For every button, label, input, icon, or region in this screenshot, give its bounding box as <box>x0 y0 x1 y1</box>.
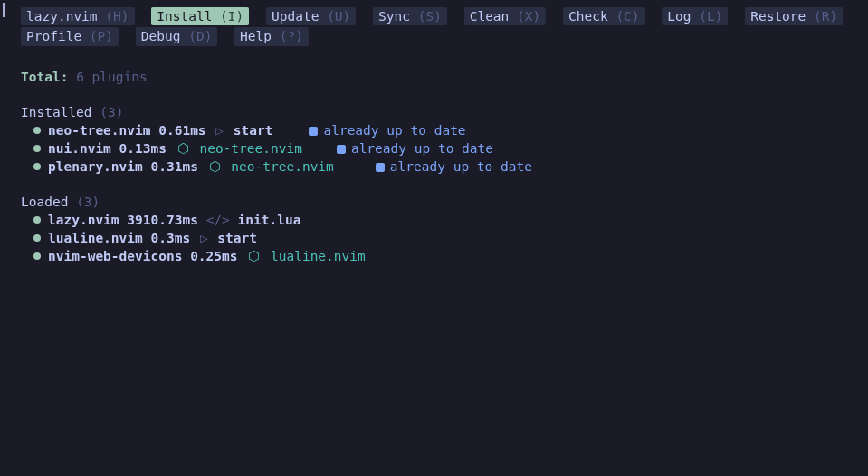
section-count-installed: (3) <box>100 105 123 119</box>
total-line: Total: 6 plugins <box>21 68 865 86</box>
tab-sync[interactable]: Sync (S) <box>373 7 447 25</box>
code-icon: </> <box>206 213 230 227</box>
plugin-time: 0.25ms <box>190 249 245 263</box>
package-icon: ⬡ <box>209 159 221 174</box>
plugin-time: 0.13ms <box>119 141 175 156</box>
tab-update[interactable]: Update (U) <box>266 7 356 25</box>
bullet-icon <box>33 145 41 152</box>
tab-bar: lazy.nvim (H) Install (I) Update (U) Syn… <box>21 7 865 48</box>
section-heading-loaded: Loaded <box>21 195 68 209</box>
bullet-icon <box>33 252 41 260</box>
plugin-name: plenary.nvim <box>48 159 151 174</box>
tab-key: (L) <box>699 9 722 24</box>
status-icon <box>309 127 318 136</box>
plugin-status: already up to date <box>390 159 532 174</box>
status-icon <box>337 145 346 154</box>
tab-install[interactable]: Install (I) <box>151 7 249 25</box>
section-heading-installed: Installed <box>21 105 92 119</box>
tab-label: Debug <box>141 29 188 43</box>
bullet-icon <box>33 127 41 134</box>
tab-lazynvim[interactable]: lazy.nvim (H) <box>21 7 135 25</box>
plugin-time: 0.31ms <box>151 159 206 174</box>
tab-key: (X) <box>517 9 540 24</box>
plugin-time: 3910.73ms <box>127 213 205 227</box>
tab-key: (I) <box>220 9 243 24</box>
plugin-name: nvim-web-devicons <box>48 249 190 263</box>
plugin-name: nui.nvim <box>48 141 119 156</box>
tab-key: (U) <box>327 9 350 24</box>
tab-label: Help <box>240 29 280 43</box>
status-icon <box>376 163 385 172</box>
package-icon: ⬡ <box>248 249 260 263</box>
plugin-row[interactable]: lazy.nvim 3910.73ms </> init.lua <box>21 211 865 229</box>
plugin-reason: init.lua <box>230 213 301 227</box>
total-value: 6 plugins <box>76 70 148 84</box>
plugin-time: 0.3ms <box>151 231 198 245</box>
tab-label: Restore <box>750 9 814 24</box>
bullet-icon <box>33 163 41 170</box>
plugin-status: already up to date <box>323 123 465 138</box>
tab-label: Sync <box>378 9 418 24</box>
total-label: Total: <box>21 70 68 84</box>
plugin-name: neo-tree.nvim <box>48 123 158 138</box>
tab-key: (P) <box>90 29 113 43</box>
section-installed: Installed (3) <box>21 103 865 121</box>
bullet-icon <box>33 234 41 242</box>
plugin-reason: neo-tree.nvim <box>224 159 334 174</box>
section-count-loaded: (3) <box>76 195 100 209</box>
plugin-name: lazy.nvim <box>48 213 127 227</box>
tab-key: (S) <box>418 9 442 24</box>
tab-profile[interactable]: Profile (P) <box>21 27 119 45</box>
play-icon: ▷ <box>200 231 208 245</box>
tab-debug[interactable]: Debug (D) <box>136 27 218 45</box>
plugin-time: 0.61ms <box>158 123 214 138</box>
tab-key: (?) <box>280 29 303 43</box>
tab-label: Check <box>568 9 615 24</box>
tab-log[interactable]: Log (L) <box>662 7 728 25</box>
plugin-row[interactable]: lualine.nvim 0.3ms ▷ start <box>21 229 865 247</box>
plugin-status: already up to date <box>351 141 493 156</box>
tab-check[interactable]: Check (C) <box>563 7 645 25</box>
tab-label: Update <box>272 9 327 24</box>
plugin-reason: lualine.nvim <box>262 249 366 263</box>
tab-key: (C) <box>615 9 639 24</box>
tab-key: (H) <box>105 9 129 24</box>
tab-label: Clean <box>470 9 517 24</box>
plugin-reason: start <box>210 231 257 245</box>
tab-help[interactable]: Help (?) <box>234 27 309 45</box>
tab-restore[interactable]: Restore (R) <box>745 7 843 25</box>
tab-label: lazy.nvim <box>26 9 105 24</box>
tab-key: (D) <box>188 29 212 43</box>
bullet-icon <box>33 216 41 224</box>
tab-key: (R) <box>814 9 837 24</box>
section-loaded: Loaded (3) <box>21 193 865 211</box>
tab-label: Install <box>157 9 220 24</box>
cursor-indicator <box>3 3 5 17</box>
tab-label: Log <box>667 9 699 24</box>
plugin-reason: start <box>225 123 272 138</box>
plugin-row[interactable]: nui.nvim 0.13ms ⬡ neo-tree.nvimalready u… <box>21 139 865 157</box>
plugin-row[interactable]: nvim-web-devicons 0.25ms ⬡ lualine.nvim <box>21 247 865 265</box>
plugin-reason: neo-tree.nvim <box>192 141 302 156</box>
package-icon: ⬡ <box>177 141 189 156</box>
tab-label: Profile <box>26 29 90 43</box>
play-icon: ▷ <box>215 123 224 138</box>
plugin-row[interactable]: plenary.nvim 0.31ms ⬡ neo-tree.nvimalrea… <box>21 157 865 176</box>
plugin-name: lualine.nvim <box>48 231 151 245</box>
plugin-row[interactable]: neo-tree.nvim 0.61ms ▷ startalready up t… <box>21 121 865 139</box>
tab-clean[interactable]: Clean (X) <box>464 7 547 25</box>
